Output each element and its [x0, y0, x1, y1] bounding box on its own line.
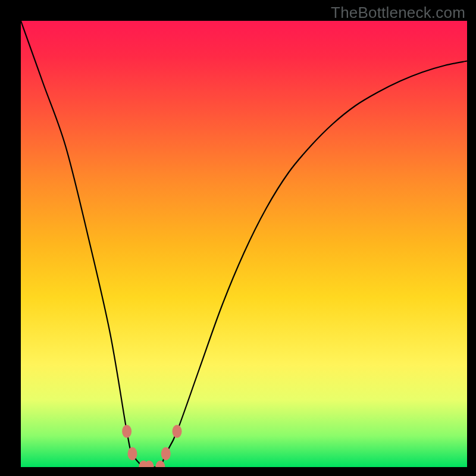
- trough-marker: [173, 425, 182, 438]
- curve-line: [21, 21, 467, 467]
- trough-marker: [161, 447, 171, 461]
- chart-frame: TheBottleneck.com: [0, 0, 476, 476]
- trough-marker: [122, 425, 131, 438]
- trough-marker: [155, 461, 165, 467]
- trough-marker: [128, 447, 137, 461]
- trough-markers: [122, 425, 181, 467]
- watermark-text: TheBottleneck.com: [331, 4, 465, 22]
- bottleneck-curve: [21, 21, 467, 467]
- plot-area: [21, 21, 467, 467]
